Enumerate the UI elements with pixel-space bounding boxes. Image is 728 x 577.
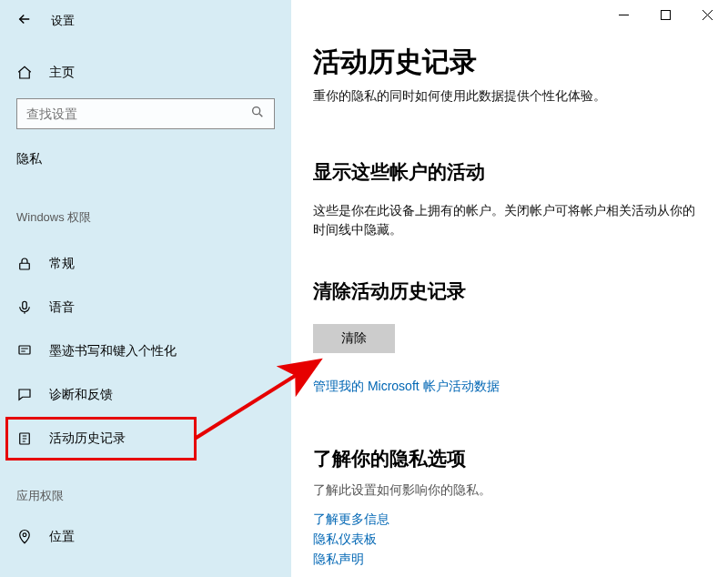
- section-accounts-desc: 这些是你在此设备上拥有的帐户。关闭帐户可将帐户相关活动从你的时间线中隐藏。: [313, 201, 695, 238]
- section-accounts-title: 显示这些帐户的活动: [313, 159, 728, 185]
- nav-activity-history-label: 活动历史记录: [49, 430, 126, 447]
- section-privacy: 隐私: [0, 151, 291, 167]
- privacy-dashboard-link[interactable]: 隐私仪表板: [313, 531, 728, 548]
- nav-app-permissions: 位置: [0, 515, 291, 559]
- nav-diagnostics-label: 诊断和反馈: [49, 387, 113, 403]
- nav-general-label: 常规: [49, 256, 75, 272]
- nav-inking-label: 墨迹书写和键入个性化: [49, 343, 177, 359]
- settings-sidebar: 设置 主页 隐私 Windows 权限 常规: [0, 0, 291, 577]
- svg-point-0: [253, 107, 260, 115]
- nav-speech-label: 语音: [49, 299, 75, 316]
- privacy-statement-link[interactable]: 隐私声明: [313, 552, 728, 568]
- nav-general[interactable]: 常规: [0, 242, 291, 286]
- section-privacy-options-desc: 了解此设置如何影响你的隐私。: [313, 481, 695, 499]
- search-input[interactable]: [26, 106, 245, 121]
- location-icon: [16, 529, 33, 545]
- close-button[interactable]: [686, 0, 728, 29]
- clear-button[interactable]: 清除: [313, 324, 395, 353]
- nav-home-label: 主页: [49, 65, 75, 81]
- svg-rect-1: [20, 263, 30, 269]
- intro-text: 重你的隐私的同时如何使用此数据提供个性化体验。: [313, 86, 695, 105]
- section-app-permissions: 应用权限: [0, 488, 291, 504]
- nav-home[interactable]: 主页: [0, 51, 291, 95]
- microphone-icon: [16, 299, 33, 316]
- section-windows-permissions: Windows 权限: [0, 209, 291, 226]
- minimize-button[interactable]: [602, 0, 644, 29]
- section-privacy-options-title: 了解你的隐私选项: [313, 446, 728, 471]
- activity-history-icon: [16, 430, 33, 447]
- content-pane: 活动历史记录 重你的隐私的同时如何使用此数据提供个性化体验。 显示这些帐户的活动…: [291, 0, 728, 577]
- svg-rect-3: [19, 346, 30, 354]
- page-title: 活动历史记录: [313, 44, 728, 81]
- lock-icon: [16, 256, 33, 272]
- svg-point-5: [23, 533, 26, 537]
- nav-inking[interactable]: 墨迹书写和键入个性化: [0, 329, 291, 373]
- nav-location[interactable]: 位置: [0, 515, 291, 559]
- search-box[interactable]: [16, 98, 275, 129]
- nav-permissions: 常规 语音 墨迹书写和键入个性化 诊断和反馈: [0, 242, 291, 461]
- feedback-icon: [16, 387, 33, 403]
- nav-diagnostics[interactable]: 诊断和反馈: [0, 373, 291, 417]
- learn-more-link[interactable]: 了解更多信息: [313, 511, 728, 528]
- window-controls: [602, 0, 728, 29]
- nav-location-label: 位置: [49, 529, 75, 545]
- section-clear-title: 清除活动历史记录: [313, 278, 728, 304]
- window-title: 设置: [51, 13, 75, 29]
- back-icon[interactable]: [16, 11, 33, 31]
- svg-rect-6: [661, 10, 670, 19]
- nav-speech[interactable]: 语音: [0, 286, 291, 329]
- home-icon: [16, 65, 33, 81]
- inking-icon: [16, 343, 33, 359]
- manage-microsoft-activity-link[interactable]: 管理我的 Microsoft 帐户活动数据: [313, 379, 728, 395]
- search-icon: [250, 105, 265, 123]
- maximize-button[interactable]: [644, 0, 686, 29]
- svg-rect-2: [23, 301, 27, 309]
- nav-activity-history[interactable]: 活动历史记录: [5, 417, 197, 461]
